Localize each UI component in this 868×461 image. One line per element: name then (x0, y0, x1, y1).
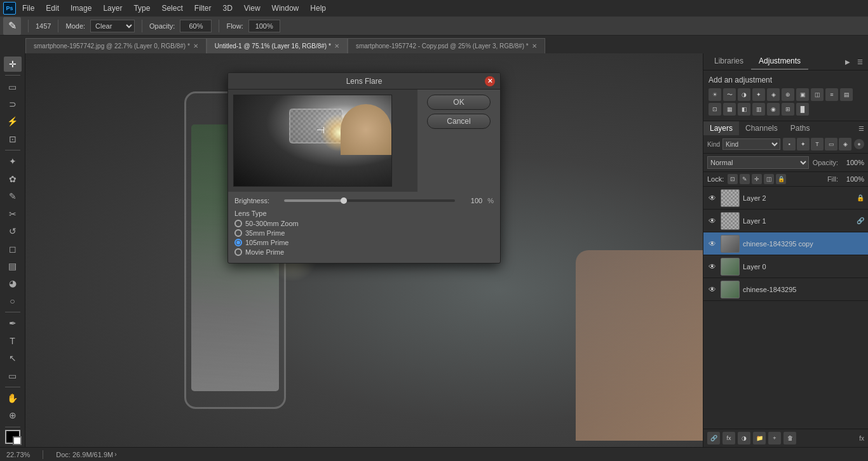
brush-tool[interactable]: ✎ (4, 189, 22, 204)
history-tool[interactable]: ↺ (4, 224, 22, 239)
mode-select[interactable]: Clear Normal Dissolve (90, 20, 135, 32)
kind-select[interactable]: Kind (722, 138, 780, 150)
clone-tool[interactable]: ✂ (4, 206, 22, 221)
filter-adj[interactable]: ✦ (797, 138, 810, 150)
cancel-button[interactable]: Cancel (427, 114, 491, 129)
radio-105mm[interactable] (234, 239, 242, 246)
adj-selective[interactable]: ◉ (767, 103, 780, 116)
layer-visibility-layer0[interactable]: 👁 (707, 262, 717, 272)
tab-copy[interactable]: smartphone-1957742 - Copy.psd @ 25% (Lay… (348, 38, 545, 53)
menu-help[interactable]: Help (305, 3, 331, 14)
hand-tool[interactable]: ✋ (4, 391, 22, 406)
new-layer-btn[interactable]: + (768, 432, 781, 444)
tab-libraries[interactable]: Libraries (707, 53, 751, 70)
layers-menu-icon[interactable]: ☰ (858, 125, 868, 132)
menu-filter[interactable]: Filter (189, 3, 217, 14)
menu-file[interactable]: File (17, 3, 39, 14)
doc-info-arrow[interactable]: › (114, 451, 116, 458)
layer-item-chinese[interactable]: 👁 chinese-1843295 (703, 278, 868, 301)
dodge-tool[interactable]: ○ (4, 293, 22, 309)
adj-photofilt[interactable]: ◫ (811, 88, 824, 101)
fx-button[interactable]: fx (859, 435, 864, 442)
blend-mode-select[interactable]: Normal Dissolve Multiply Screen (707, 156, 809, 169)
menu-3d[interactable]: 3D (217, 3, 237, 14)
lock-image[interactable]: ✎ (740, 174, 750, 184)
tab-layers[interactable]: Layers (703, 121, 739, 135)
flow-input[interactable] (248, 20, 280, 32)
move-tool[interactable]: ✛ (4, 57, 22, 72)
filter-type[interactable]: T (811, 138, 824, 150)
dialog-close-button[interactable]: ✕ (485, 76, 495, 86)
tab-untitled[interactable]: Untitled-1 @ 75.1% (Layer 16, RGB/8#) * … (207, 38, 348, 53)
layer-item-chinese-copy[interactable]: 👁 chinese-1843295 copy (703, 232, 868, 255)
menu-view[interactable]: View (239, 3, 266, 14)
lens-option-1[interactable]: 50-300mm Zoom (234, 220, 494, 227)
menu-image[interactable]: Image (65, 3, 97, 14)
adj-colorbalance[interactable]: ⊕ (782, 88, 794, 101)
tab-close-2[interactable]: ✕ (334, 43, 339, 50)
menu-type[interactable]: Type (128, 3, 155, 14)
filter-smart[interactable]: ◈ (839, 138, 851, 150)
tab-close-1[interactable]: ✕ (193, 43, 198, 50)
lock-position[interactable]: ✛ (752, 174, 762, 184)
heal-tool[interactable]: ✿ (4, 171, 22, 186)
canvas-area[interactable]: Lens Flare ✕ (25, 53, 703, 447)
adj-solid[interactable]: █ (796, 103, 809, 116)
pen-tool[interactable]: ✒ (4, 316, 22, 331)
layer-visibility-layer2[interactable]: 👁 (707, 193, 717, 203)
add-style-btn[interactable]: fx (722, 432, 735, 444)
gradient-tool[interactable]: ▤ (4, 258, 22, 274)
adj-channelmix[interactable]: ≡ (825, 88, 838, 101)
lasso-tool[interactable]: ⊃ (4, 97, 22, 112)
layer-item-layer2[interactable]: 👁 Layer 2 🔒 (703, 187, 868, 210)
shape-tool[interactable]: ▭ (4, 368, 22, 383)
ok-button[interactable]: OK (427, 95, 491, 110)
quick-select-tool[interactable]: ⚡ (4, 114, 22, 129)
menu-edit[interactable]: Edit (41, 3, 64, 14)
lock-all[interactable]: 🔒 (776, 174, 786, 184)
lock-pixels[interactable]: ⊡ (728, 174, 738, 184)
layer-item-layer0[interactable]: 👁 Layer 0 (703, 255, 868, 278)
lens-flare-dialog[interactable]: Lens Flare ✕ (227, 72, 501, 264)
eraser-tool[interactable]: ◻ (4, 241, 22, 256)
radio-movie[interactable] (234, 248, 242, 256)
layer-item-layer1[interactable]: 👁 Layer 1 🔗 (703, 210, 868, 232)
menu-icon[interactable]: ☰ (855, 57, 865, 67)
adj-bw[interactable]: ▣ (796, 88, 809, 101)
adj-colorlook[interactable]: ▤ (840, 88, 853, 101)
menu-select[interactable]: Select (156, 3, 187, 14)
adj-exposure[interactable]: ◑ (738, 88, 750, 101)
add-mask-btn[interactable]: ◑ (738, 432, 750, 444)
lens-option-4[interactable]: Movie Prime (234, 248, 494, 256)
adj-hsl[interactable]: ◈ (767, 88, 780, 101)
filter-toggle[interactable]: ● (854, 139, 864, 149)
layer-visibility-layer1[interactable]: 👁 (707, 216, 717, 226)
tab-paths[interactable]: Paths (784, 121, 817, 135)
adj-vibrance[interactable]: ✦ (752, 88, 765, 101)
play-icon[interactable]: ▶ (843, 57, 853, 67)
filter-pixel[interactable]: ▪ (783, 138, 796, 150)
menu-window[interactable]: Window (267, 3, 304, 14)
layer-visibility-chinese-copy[interactable]: 👁 (707, 239, 717, 249)
lens-option-3[interactable]: 105mm Prime (234, 239, 494, 246)
link-layers-btn[interactable]: 🔗 (707, 432, 720, 444)
brush-tool-icon[interactable]: ✎ (3, 17, 21, 35)
tab-adjustments[interactable]: Adjustments (751, 53, 808, 70)
eyedropper-tool[interactable]: ✦ (4, 154, 22, 169)
zoom-tool[interactable]: ⊕ (4, 408, 22, 423)
layer-visibility-chinese[interactable]: 👁 (707, 284, 717, 295)
tab-smartphone[interactable]: smartphone-1957742.jpg @ 22.7% (Layer 0,… (25, 38, 207, 53)
opacity-input[interactable] (180, 20, 212, 32)
lock-artboard[interactable]: ◫ (764, 174, 774, 184)
tab-close-3[interactable]: ✕ (532, 43, 537, 50)
tab-channels[interactable]: Channels (739, 121, 784, 135)
foreground-color[interactable] (5, 430, 20, 443)
adj-invert[interactable]: ⊡ (709, 103, 721, 116)
crop-tool[interactable]: ⊡ (4, 131, 22, 147)
radio-35mm[interactable] (234, 229, 242, 237)
adj-threshold[interactable]: ◧ (738, 103, 750, 116)
text-tool[interactable]: T (4, 333, 22, 348)
adj-brightness[interactable]: ☀ (709, 88, 721, 101)
path-tool[interactable]: ↖ (4, 351, 22, 366)
new-group-btn[interactable]: 📁 (753, 432, 766, 444)
